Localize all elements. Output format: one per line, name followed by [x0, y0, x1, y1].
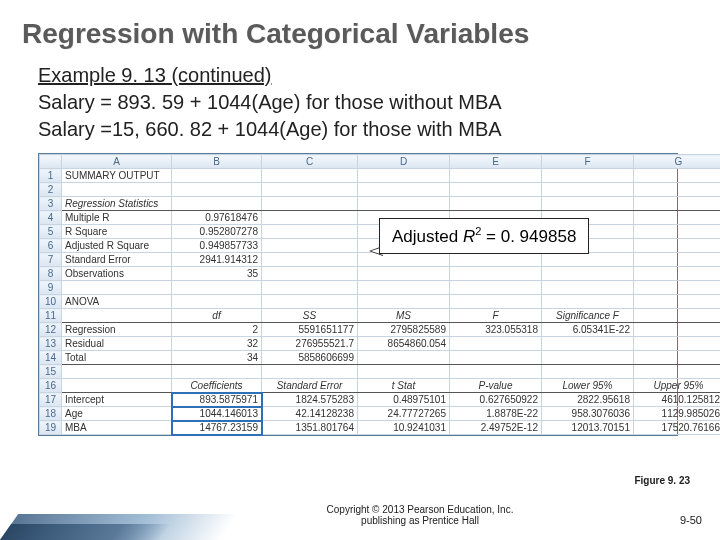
- cell: 0.952807278: [172, 225, 262, 239]
- callout-rest: = 0. 949858: [481, 227, 576, 246]
- cell: [62, 309, 172, 323]
- cell: SS: [262, 309, 358, 323]
- cell: [634, 183, 721, 197]
- cell: [450, 197, 542, 211]
- cell: [450, 267, 542, 281]
- equation-1: Salary = 893. 59 + 1044(Age) for those w…: [38, 91, 502, 113]
- cell: Upper 95%: [634, 379, 721, 393]
- cell: [450, 337, 542, 351]
- row-header: 15: [40, 365, 62, 379]
- col-header: D: [358, 155, 450, 169]
- cell: [172, 197, 262, 211]
- cell: [262, 365, 358, 379]
- cell: [450, 295, 542, 309]
- cell: [634, 365, 721, 379]
- cell: 2: [172, 323, 262, 337]
- cell: t Stat: [358, 379, 450, 393]
- cell: [634, 309, 721, 323]
- cell: 1824.575283: [262, 393, 358, 407]
- cell: [634, 169, 721, 183]
- cell: 1.8878E-22: [450, 407, 542, 421]
- cell: 1351.801764: [262, 421, 358, 435]
- copyright-line-1: Copyright © 2013 Pearson Education, Inc.: [327, 504, 514, 515]
- cell: F: [450, 309, 542, 323]
- cell: 4610.125812: [634, 393, 721, 407]
- callout-prefix: Adjusted: [392, 227, 463, 246]
- cell: [634, 253, 721, 267]
- body-text: Example 9. 13 (continued) Salary = 893. …: [0, 58, 720, 143]
- cell: 2795825589: [358, 323, 450, 337]
- cell: [634, 211, 721, 225]
- row-header: 2: [40, 183, 62, 197]
- cell: 5858606699: [262, 351, 358, 365]
- cell: 8654860.054: [358, 337, 450, 351]
- cell: 958.3076036: [542, 407, 634, 421]
- row-header: 12: [40, 323, 62, 337]
- cell: 0.627650922: [450, 393, 542, 407]
- cell: [634, 337, 721, 351]
- cell: [542, 267, 634, 281]
- cell: 2941.914312: [172, 253, 262, 267]
- cell: SUMMARY OUTPUT: [62, 169, 172, 183]
- cell: 14767.23159: [172, 421, 262, 435]
- cell: Standard Error: [62, 253, 172, 267]
- excel-screenshot: ABCDEFG1SUMMARY OUTPUT23Regression Stati…: [38, 153, 678, 436]
- cell: 0.97618476: [172, 211, 262, 225]
- cell: Lower 95%: [542, 379, 634, 393]
- cell: [262, 281, 358, 295]
- slide-number: 9-50: [680, 514, 702, 526]
- col-header: F: [542, 155, 634, 169]
- cell: 0.949857733: [172, 239, 262, 253]
- row-header: 17: [40, 393, 62, 407]
- cell: [262, 211, 358, 225]
- cell: [450, 253, 542, 267]
- row-header: 10: [40, 295, 62, 309]
- cell: [262, 225, 358, 239]
- cell: [542, 183, 634, 197]
- cell: Residual: [62, 337, 172, 351]
- cell: [262, 169, 358, 183]
- cell: [172, 169, 262, 183]
- cell: 35: [172, 267, 262, 281]
- cell: 276955521.7: [262, 337, 358, 351]
- cell: [262, 197, 358, 211]
- cell: [542, 295, 634, 309]
- cell: [634, 239, 721, 253]
- row-header: 13: [40, 337, 62, 351]
- cell: [358, 267, 450, 281]
- cell: 0.48975101: [358, 393, 450, 407]
- cell: Age: [62, 407, 172, 421]
- cell: 17520.76166: [634, 421, 721, 435]
- cell: [542, 281, 634, 295]
- cell: 1129.985026: [634, 407, 721, 421]
- cell: [358, 183, 450, 197]
- cell: [450, 365, 542, 379]
- cell: [358, 197, 450, 211]
- cell: Standard Error: [262, 379, 358, 393]
- cell: [172, 183, 262, 197]
- cell: [450, 351, 542, 365]
- row-header: 7: [40, 253, 62, 267]
- cell: [62, 365, 172, 379]
- corner-decoration-2: [0, 524, 171, 540]
- cell: [634, 197, 721, 211]
- col-header: A: [62, 155, 172, 169]
- cell: 2822.95618: [542, 393, 634, 407]
- row-header: 1: [40, 169, 62, 183]
- cell: [262, 267, 358, 281]
- row-header: 5: [40, 225, 62, 239]
- cell: [634, 281, 721, 295]
- cell: 10.9241031: [358, 421, 450, 435]
- cell: [634, 225, 721, 239]
- cell: [172, 295, 262, 309]
- corner-cell: [40, 155, 62, 169]
- cell: [450, 281, 542, 295]
- cell: 34: [172, 351, 262, 365]
- cell: 323.055318: [450, 323, 542, 337]
- slide-title: Regression with Categorical Variables: [0, 0, 720, 58]
- cell: 5591651177: [262, 323, 358, 337]
- cell: [450, 183, 542, 197]
- cell: df: [172, 309, 262, 323]
- cell: MS: [358, 309, 450, 323]
- cell: Multiple R: [62, 211, 172, 225]
